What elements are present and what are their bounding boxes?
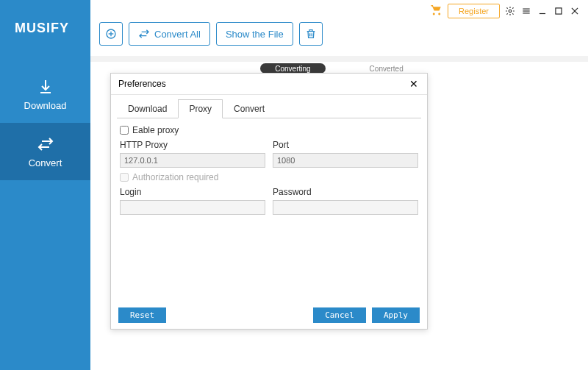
svg-point-0	[509, 10, 512, 13]
close-icon[interactable]	[569, 5, 581, 17]
menu-icon[interactable]	[520, 5, 532, 17]
register-button[interactable]: Register	[448, 4, 500, 18]
sidebar-item-convert[interactable]: Convert	[0, 123, 90, 180]
convert-all-label: Convert All	[154, 29, 201, 40]
enable-proxy-checkbox[interactable]	[120, 126, 129, 135]
cart-icon[interactable]	[430, 3, 443, 19]
password-label: Password	[273, 187, 418, 197]
delete-button[interactable]	[299, 22, 323, 46]
http-proxy-label: HTTP Proxy	[120, 140, 265, 150]
auth-required-label: Authorization required	[132, 172, 218, 182]
sidebar-item-label: Convert	[29, 157, 62, 168]
show-file-label: Show the File	[226, 29, 284, 40]
convert-all-button[interactable]: Convert All	[129, 22, 210, 46]
sidebar-item-label: Download	[24, 100, 67, 111]
cancel-button[interactable]: Cancel	[313, 307, 366, 323]
tab-convert[interactable]: Convert	[223, 99, 276, 118]
preferences-dialog: Preferences ✕ Download Proxy Convert Eab…	[110, 73, 428, 330]
maximize-icon[interactable]	[553, 5, 564, 17]
dialog-title: Preferences	[118, 79, 166, 89]
port-label: Port	[273, 140, 418, 150]
gear-icon[interactable]	[504, 5, 516, 17]
apply-button[interactable]: Apply	[372, 307, 420, 323]
auth-required-checkbox[interactable]	[120, 173, 129, 182]
sidebar: MUSIFY Download Convert	[0, 0, 90, 370]
sidebar-item-download[interactable]: Download	[0, 65, 90, 123]
enable-proxy-label: Eable proxy	[132, 125, 179, 135]
minimize-icon[interactable]	[537, 5, 548, 17]
close-icon[interactable]: ✕	[408, 78, 420, 90]
app-logo: MUSIFY	[0, 0, 90, 36]
tab-proxy[interactable]: Proxy	[178, 99, 223, 118]
tab-download[interactable]: Download	[117, 99, 178, 118]
show-file-button[interactable]: Show the File	[216, 22, 293, 46]
add-button[interactable]	[99, 22, 123, 46]
tab-converted[interactable]: Converted	[355, 63, 418, 74]
password-input[interactable]	[273, 200, 418, 215]
login-label: Login	[120, 187, 265, 197]
login-input[interactable]	[120, 200, 265, 215]
reset-button[interactable]: Reset	[118, 307, 166, 323]
svg-rect-5	[556, 8, 562, 14]
http-proxy-input[interactable]	[120, 153, 265, 168]
port-input[interactable]	[273, 153, 418, 168]
divider	[90, 56, 588, 62]
main-tabs: Converting Converted	[90, 63, 588, 74]
tab-converting[interactable]: Converting	[260, 63, 325, 74]
toolbar: Convert All Show the File	[99, 22, 323, 46]
